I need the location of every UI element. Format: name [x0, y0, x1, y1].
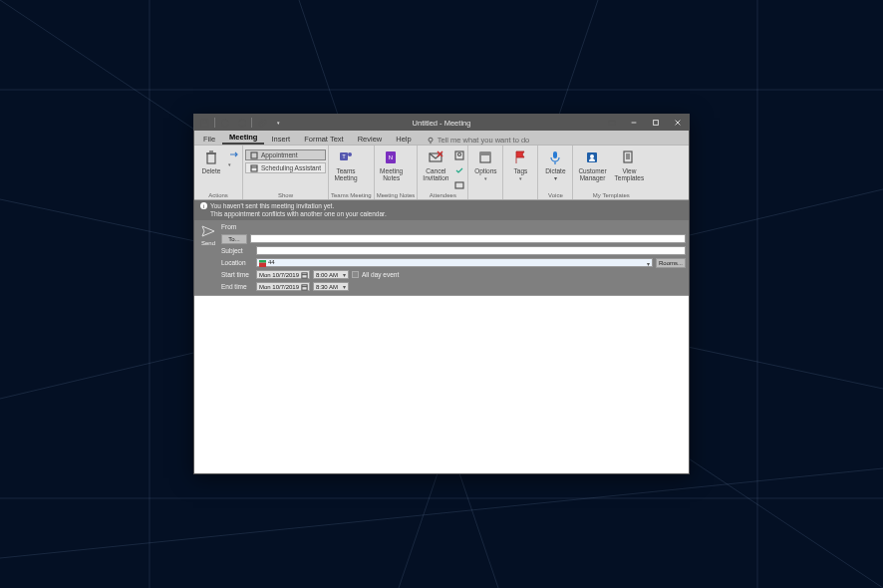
group-actions: Delete ▾ Actions	[194, 146, 243, 199]
scheduling-icon	[250, 164, 258, 172]
window-title: Untitled - Meeting	[413, 119, 471, 128]
tab-review[interactable]: Review	[351, 134, 390, 145]
svg-rect-39	[553, 151, 557, 158]
svg-point-41	[590, 154, 594, 158]
svg-rect-24	[251, 165, 257, 171]
svg-rect-48	[302, 272, 307, 277]
save-icon[interactable]	[196, 116, 212, 130]
cancel-invitation-button[interactable]: Cancel Invitation	[420, 147, 451, 183]
svg-rect-46	[259, 260, 266, 263]
title-bar: ▾ Untitled - Meeting	[194, 115, 689, 131]
ribbon-tabs: File Meeting Insert Format Text Review H…	[194, 131, 689, 145]
cancel-invitation-icon	[427, 148, 444, 166]
lightbulb-icon	[427, 137, 435, 145]
tab-format-text[interactable]: Format Text	[297, 134, 350, 145]
svg-rect-15	[654, 121, 659, 126]
tell-me-search[interactable]: Tell me what you want to do	[427, 136, 530, 145]
actions-more-icon[interactable]: ▾	[228, 161, 240, 167]
calendar-icon	[301, 284, 308, 291]
location-dropdown-icon[interactable]: ▾	[647, 260, 650, 267]
group-customer: Customer Manager View Templates My Templ…	[573, 146, 649, 199]
qat-more-icon[interactable]: ▾	[270, 116, 286, 130]
all-day-label: All day event	[362, 271, 399, 278]
microphone-icon	[546, 148, 564, 166]
svg-rect-36	[455, 182, 463, 188]
svg-rect-23	[251, 152, 257, 158]
delete-icon	[202, 148, 220, 166]
calendar-icon	[301, 272, 308, 279]
group-meeting-notes: N Meeting Notes Meeting Notes	[375, 146, 419, 199]
templates-icon	[620, 148, 638, 166]
svg-rect-50	[302, 284, 307, 289]
to-button[interactable]: To...	[221, 234, 247, 244]
close-icon[interactable]	[667, 115, 689, 131]
location-flag-icon	[259, 260, 266, 267]
chevron-down-icon: ▾	[343, 283, 346, 290]
subject-input[interactable]	[256, 246, 686, 255]
redo-icon[interactable]	[233, 116, 249, 130]
send-button[interactable]	[200, 223, 216, 239]
tab-meeting[interactable]: Meeting	[222, 132, 264, 145]
all-day-checkbox[interactable]	[352, 271, 359, 278]
chevron-down-icon: ▾	[343, 271, 346, 278]
check-names-icon[interactable]	[453, 164, 465, 176]
flag-icon	[511, 148, 529, 166]
info-icon: i	[200, 202, 207, 209]
response-options-icon[interactable]	[453, 179, 465, 191]
location-input[interactable]: 44 ▾	[256, 258, 653, 267]
maximize-icon[interactable]	[645, 115, 667, 131]
teams-meeting-button[interactable]: T Teams Meeting	[331, 147, 361, 183]
svg-rect-11	[202, 119, 206, 122]
start-time-input[interactable]: 8:00 AM ▾	[313, 270, 349, 279]
svg-line-9	[0, 468, 883, 558]
tab-help[interactable]: Help	[389, 134, 418, 145]
start-time-label: Start time	[221, 271, 253, 278]
end-time-input[interactable]: 8:30 AM ▾	[313, 282, 349, 291]
address-book-icon[interactable]	[453, 149, 465, 161]
appointment-icon	[250, 151, 258, 159]
svg-rect-10	[200, 119, 207, 126]
undo-icon[interactable]	[217, 116, 233, 130]
scheduling-assistant-toggle[interactable]: Scheduling Assistant	[245, 162, 326, 173]
meeting-notes-button[interactable]: N Meeting Notes	[377, 147, 407, 183]
delete-button[interactable]: Delete	[196, 147, 226, 176]
to-input[interactable]	[250, 234, 686, 243]
svg-rect-47	[259, 262, 266, 266]
appointment-toggle[interactable]: Appointment	[245, 149, 326, 160]
group-attendees: Cancel Invitation Attendees	[418, 146, 468, 199]
tab-file[interactable]: File	[196, 134, 222, 145]
ribbon: Delete ▾ Actions Appointment	[194, 145, 689, 200]
onenote-icon: N	[383, 148, 401, 166]
start-date-input[interactable]: Mon 10/7/2019	[256, 270, 310, 279]
location-label: Location	[221, 259, 253, 266]
svg-rect-38	[480, 152, 490, 155]
options-icon	[476, 148, 494, 166]
svg-point-35	[458, 153, 461, 156]
rooms-button[interactable]: Rooms...	[656, 258, 686, 268]
ribbon-display-icon[interactable]	[601, 115, 623, 131]
minimize-icon[interactable]	[623, 115, 645, 131]
end-date-input[interactable]: Mon 10/7/2019	[256, 282, 310, 291]
from-label: From	[221, 223, 253, 230]
svg-rect-12	[609, 121, 615, 126]
svg-point-18	[429, 138, 433, 142]
svg-rect-20	[207, 153, 215, 163]
svg-point-28	[348, 152, 352, 156]
tags-button[interactable]: Tags▾	[505, 147, 535, 184]
message-body[interactable]	[194, 295, 689, 473]
view-templates-button[interactable]: View Templates	[612, 147, 648, 183]
info-bar: iYou haven't sent this meeting invitatio…	[194, 200, 689, 220]
meeting-fields: Send From To... Subject Location 44 ▾	[194, 220, 689, 295]
tab-insert[interactable]: Insert	[264, 134, 297, 145]
group-voice: Dictate▾ Voice	[538, 146, 573, 199]
options-button[interactable]: Options▾	[470, 147, 500, 184]
end-time-label: End time	[221, 283, 253, 290]
meeting-window: ▾ Untitled - Meeting File Meeting Insert…	[193, 114, 690, 474]
attach-icon[interactable]	[254, 116, 270, 130]
teams-icon: T	[337, 148, 355, 166]
customer-manager-button[interactable]: Customer Manager	[575, 147, 609, 183]
dictate-button[interactable]: Dictate▾	[540, 147, 570, 184]
subject-label: Subject	[221, 247, 253, 254]
forward-icon[interactable]	[228, 148, 240, 160]
customer-manager-icon	[583, 148, 601, 166]
